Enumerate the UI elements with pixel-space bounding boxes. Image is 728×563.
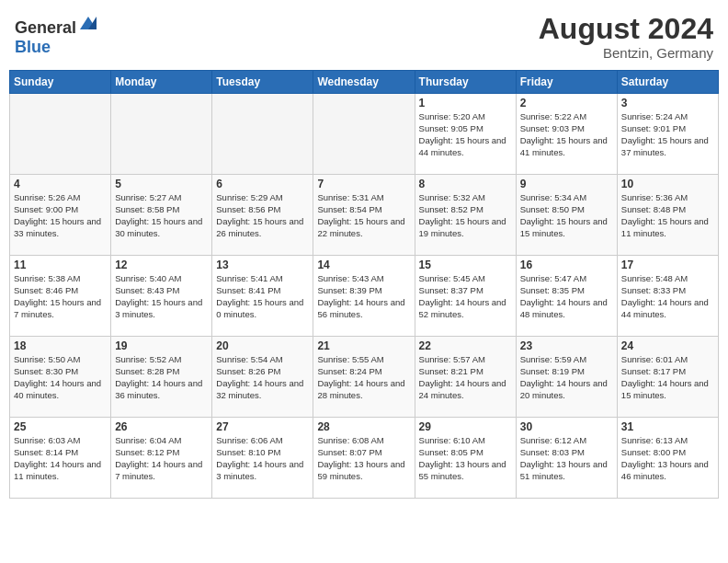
calendar-cell-3: 3Sunrise: 5:24 AMSunset: 9:01 PMDaylight…	[617, 94, 718, 175]
day-number: 6	[216, 178, 309, 190]
calendar-cell-empty-0-3	[313, 94, 415, 175]
calendar-cell-16: 16Sunrise: 5:47 AMSunset: 8:35 PMDayligh…	[516, 256, 617, 337]
day-info: Sunrise: 5:38 AMSunset: 8:46 PMDaylight:…	[14, 273, 107, 320]
day-number: 12	[115, 259, 208, 271]
title-section: August 2024 Bentzin, Germany	[539, 13, 713, 61]
calendar-cell-empty-0-2	[212, 94, 313, 175]
calendar-cell-13: 13Sunrise: 5:41 AMSunset: 8:41 PMDayligh…	[212, 256, 313, 337]
day-number: 31	[621, 420, 714, 433]
week-row-4: 18Sunrise: 5:50 AMSunset: 8:30 PMDayligh…	[10, 337, 719, 418]
day-number: 26	[115, 420, 208, 433]
weekday-header-monday: Monday	[111, 71, 212, 94]
calendar-cell-empty-0-0	[10, 94, 111, 175]
calendar-cell-31: 31Sunrise: 6:13 AMSunset: 8:00 PMDayligh…	[617, 418, 718, 499]
calendar-cell-14: 14Sunrise: 5:43 AMSunset: 8:39 PMDayligh…	[313, 256, 415, 337]
logo: General Blue	[15, 13, 98, 57]
weekday-header-wednesday: Wednesday	[313, 71, 415, 94]
calendar-cell-25: 25Sunrise: 6:03 AMSunset: 8:14 PMDayligh…	[10, 418, 111, 499]
calendar-cell-17: 17Sunrise: 5:48 AMSunset: 8:33 PMDayligh…	[617, 256, 718, 337]
day-info: Sunrise: 5:24 AMSunset: 9:01 PMDaylight:…	[621, 111, 714, 158]
calendar-cell-2: 2Sunrise: 5:22 AMSunset: 9:03 PMDaylight…	[516, 94, 617, 175]
day-info: Sunrise: 5:22 AMSunset: 9:03 PMDaylight:…	[520, 111, 613, 158]
day-info: Sunrise: 6:13 AMSunset: 8:00 PMDaylight:…	[621, 435, 714, 482]
day-info: Sunrise: 6:06 AMSunset: 8:10 PMDaylight:…	[216, 435, 309, 482]
day-info: Sunrise: 5:52 AMSunset: 8:28 PMDaylight:…	[115, 354, 208, 401]
calendar-cell-24: 24Sunrise: 6:01 AMSunset: 8:17 PMDayligh…	[617, 337, 718, 418]
day-info: Sunrise: 5:45 AMSunset: 8:37 PMDaylight:…	[419, 273, 512, 320]
calendar-cell-22: 22Sunrise: 5:57 AMSunset: 8:21 PMDayligh…	[415, 337, 516, 418]
day-info: Sunrise: 5:29 AMSunset: 8:56 PMDaylight:…	[216, 192, 309, 239]
day-info: Sunrise: 5:43 AMSunset: 8:39 PMDaylight:…	[317, 273, 410, 320]
day-info: Sunrise: 5:41 AMSunset: 8:41 PMDaylight:…	[216, 273, 309, 320]
day-number: 18	[14, 339, 107, 352]
weekday-header-row: SundayMondayTuesdayWednesdayThursdayFrid…	[10, 71, 719, 94]
day-info: Sunrise: 5:20 AMSunset: 9:05 PMDaylight:…	[419, 111, 512, 158]
logo-general: General	[15, 18, 76, 37]
day-info: Sunrise: 6:12 AMSunset: 8:03 PMDaylight:…	[520, 435, 613, 482]
week-row-5: 25Sunrise: 6:03 AMSunset: 8:14 PMDayligh…	[10, 418, 719, 499]
day-number: 11	[14, 259, 107, 271]
day-number: 15	[419, 259, 512, 271]
weekday-header-sunday: Sunday	[10, 71, 111, 94]
day-number: 20	[216, 339, 309, 352]
calendar-cell-10: 10Sunrise: 5:36 AMSunset: 8:48 PMDayligh…	[617, 175, 718, 256]
day-number: 22	[419, 339, 512, 352]
calendar-cell-18: 18Sunrise: 5:50 AMSunset: 8:30 PMDayligh…	[10, 337, 111, 418]
day-info: Sunrise: 5:27 AMSunset: 8:58 PMDaylight:…	[115, 192, 208, 239]
calendar-cell-28: 28Sunrise: 6:08 AMSunset: 8:07 PMDayligh…	[313, 418, 415, 499]
week-row-1: 1Sunrise: 5:20 AMSunset: 9:05 PMDaylight…	[10, 94, 719, 175]
day-number: 14	[317, 259, 410, 271]
weekday-header-thursday: Thursday	[415, 71, 516, 94]
day-info: Sunrise: 5:48 AMSunset: 8:33 PMDaylight:…	[621, 273, 714, 320]
day-number: 21	[317, 339, 410, 352]
day-info: Sunrise: 5:31 AMSunset: 8:54 PMDaylight:…	[317, 192, 410, 239]
day-number: 13	[216, 259, 309, 271]
day-number: 16	[520, 259, 613, 271]
calendar-cell-11: 11Sunrise: 5:38 AMSunset: 8:46 PMDayligh…	[10, 256, 111, 337]
day-info: Sunrise: 6:08 AMSunset: 8:07 PMDaylight:…	[317, 435, 410, 482]
weekday-header-friday: Friday	[516, 71, 617, 94]
calendar-cell-27: 27Sunrise: 6:06 AMSunset: 8:10 PMDayligh…	[212, 418, 313, 499]
day-number: 25	[14, 420, 107, 433]
day-number: 4	[14, 178, 107, 190]
calendar-cell-5: 5Sunrise: 5:27 AMSunset: 8:58 PMDaylight…	[111, 175, 212, 256]
day-info: Sunrise: 5:57 AMSunset: 8:21 PMDaylight:…	[419, 354, 512, 401]
week-row-2: 4Sunrise: 5:26 AMSunset: 9:00 PMDaylight…	[10, 175, 719, 256]
day-number: 1	[419, 97, 512, 109]
calendar-cell-30: 30Sunrise: 6:12 AMSunset: 8:03 PMDayligh…	[516, 418, 617, 499]
calendar-cell-19: 19Sunrise: 5:52 AMSunset: 8:28 PMDayligh…	[111, 337, 212, 418]
day-info: Sunrise: 5:55 AMSunset: 8:24 PMDaylight:…	[317, 354, 410, 401]
day-number: 23	[520, 339, 613, 352]
day-info: Sunrise: 5:47 AMSunset: 8:35 PMDaylight:…	[520, 273, 613, 320]
calendar-cell-8: 8Sunrise: 5:32 AMSunset: 8:52 PMDaylight…	[415, 175, 516, 256]
day-number: 27	[216, 420, 309, 433]
day-info: Sunrise: 5:50 AMSunset: 8:30 PMDaylight:…	[14, 354, 107, 401]
day-number: 3	[621, 97, 714, 109]
calendar-cell-4: 4Sunrise: 5:26 AMSunset: 9:00 PMDaylight…	[10, 175, 111, 256]
logo-text: General Blue	[15, 13, 98, 57]
week-row-3: 11Sunrise: 5:38 AMSunset: 8:46 PMDayligh…	[10, 256, 719, 337]
day-number: 10	[621, 178, 714, 190]
calendar-cell-26: 26Sunrise: 6:04 AMSunset: 8:12 PMDayligh…	[111, 418, 212, 499]
calendar-cell-empty-0-1	[111, 94, 212, 175]
day-info: Sunrise: 6:01 AMSunset: 8:17 PMDaylight:…	[621, 354, 714, 401]
day-number: 5	[115, 178, 208, 190]
weekday-header-tuesday: Tuesday	[212, 71, 313, 94]
calendar-cell-1: 1Sunrise: 5:20 AMSunset: 9:05 PMDaylight…	[415, 94, 516, 175]
calendar-cell-23: 23Sunrise: 5:59 AMSunset: 8:19 PMDayligh…	[516, 337, 617, 418]
calendar-cell-15: 15Sunrise: 5:45 AMSunset: 8:37 PMDayligh…	[415, 256, 516, 337]
day-number: 19	[115, 339, 208, 352]
calendar-cell-7: 7Sunrise: 5:31 AMSunset: 8:54 PMDaylight…	[313, 175, 415, 256]
day-number: 8	[419, 178, 512, 190]
calendar-cell-21: 21Sunrise: 5:55 AMSunset: 8:24 PMDayligh…	[313, 337, 415, 418]
calendar-cell-20: 20Sunrise: 5:54 AMSunset: 8:26 PMDayligh…	[212, 337, 313, 418]
day-info: Sunrise: 5:40 AMSunset: 8:43 PMDaylight:…	[115, 273, 208, 320]
day-info: Sunrise: 5:54 AMSunset: 8:26 PMDaylight:…	[216, 354, 309, 401]
weekday-header-saturday: Saturday	[617, 71, 718, 94]
day-number: 29	[419, 420, 512, 433]
day-info: Sunrise: 5:32 AMSunset: 8:52 PMDaylight:…	[419, 192, 512, 239]
day-number: 9	[520, 178, 613, 190]
day-number: 28	[317, 420, 410, 433]
day-number: 17	[621, 259, 714, 271]
page-header: General Blue August 2024 Bentzin, German…	[9, 9, 719, 64]
